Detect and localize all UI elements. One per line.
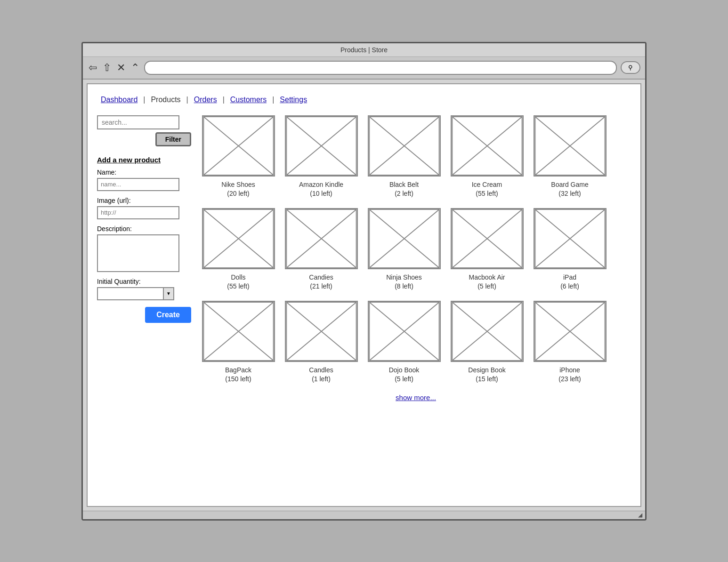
product-image xyxy=(285,301,358,362)
product-image xyxy=(368,301,441,362)
description-input[interactable] xyxy=(97,234,179,272)
product-item[interactable]: iPhone (23 left) xyxy=(532,301,607,384)
product-item[interactable]: iPad (6 left) xyxy=(532,208,607,291)
product-image xyxy=(451,208,524,269)
quantity-input[interactable]: 1 xyxy=(97,287,163,300)
quantity-row: 1 ▼ xyxy=(97,287,191,300)
product-row-2: BagPack (150 left) Candles (1 left) Dojo… xyxy=(201,301,631,384)
product-image xyxy=(202,208,275,269)
image-input[interactable] xyxy=(97,206,179,219)
product-name: Nike Shoes (20 left) xyxy=(221,180,255,199)
nav-orders[interactable]: Orders xyxy=(190,94,221,106)
product-item[interactable]: Dojo Book (5 left) xyxy=(366,301,442,384)
quantity-arrow[interactable]: ▼ xyxy=(163,287,174,300)
statusbar-icon: ◢ xyxy=(638,512,642,518)
browser-toolbar: ⇦ ⇧ ✕ ⌃ http://localhost/#products ⚲ xyxy=(83,57,645,80)
product-image xyxy=(202,301,275,362)
show-more-link[interactable]: show more... xyxy=(396,393,436,401)
product-name: Ice Cream (55 left) xyxy=(472,180,502,199)
product-item[interactable]: Ice Cream (55 left) xyxy=(449,115,525,199)
navigation: Dashboard | Products | Orders | Customer… xyxy=(97,94,631,106)
product-item[interactable]: Macbook Air (5 left) xyxy=(449,208,525,291)
product-name: Design Book (15 left) xyxy=(468,366,505,384)
address-bar[interactable]: http://localhost/#products xyxy=(144,61,617,75)
image-label: Image (url): xyxy=(97,197,191,204)
product-name: Black Belt (2 left) xyxy=(389,180,419,199)
nav-sep-4: | xyxy=(270,96,276,104)
product-name: iPhone (23 left) xyxy=(558,366,581,384)
product-item[interactable]: BagPack (150 left) xyxy=(201,301,276,384)
filter-button[interactable]: Filter xyxy=(155,132,191,146)
nav-dashboard[interactable]: Dashboard xyxy=(97,94,141,106)
search-input[interactable] xyxy=(97,115,179,129)
product-name: Candies (21 left) xyxy=(309,273,333,291)
forward-button[interactable]: ⇧ xyxy=(102,63,112,73)
browser-window: Products | Store ⇦ ⇧ ✕ ⌃ http://localhos… xyxy=(81,42,647,521)
page-content: Dashboard | Products | Orders | Customer… xyxy=(87,83,641,507)
products-grid: Nike Shoes (20 left) Amazon Kindle (10 l… xyxy=(201,115,631,402)
quantity-label: Initial Quantity: xyxy=(97,278,191,285)
product-item[interactable]: Amazon Kindle (10 left) xyxy=(283,115,359,199)
product-item[interactable]: Ninja Shoes (8 left) xyxy=(366,208,442,291)
product-item[interactable]: Candies (21 left) xyxy=(283,208,359,291)
product-name: Candles (1 left) xyxy=(309,366,333,384)
sidebar: Filter Add a new product Name: Image (ur… xyxy=(97,115,191,402)
product-image xyxy=(285,208,358,269)
product-name: BagPack (150 left) xyxy=(225,366,251,384)
nav-sep-2: | xyxy=(185,96,190,104)
name-input[interactable] xyxy=(97,178,179,191)
product-name: Board Game (32 left) xyxy=(551,180,588,199)
product-image xyxy=(285,115,358,177)
nav-sep-3: | xyxy=(221,96,226,104)
product-name: iPad (6 left) xyxy=(560,273,579,291)
description-label: Description: xyxy=(97,225,191,233)
product-image xyxy=(534,115,607,177)
product-item[interactable]: Dolls (55 left) xyxy=(201,208,276,291)
product-image xyxy=(368,208,441,269)
product-row-1: Dolls (55 left) Candies (21 left) Ninja … xyxy=(201,208,631,291)
product-image xyxy=(534,208,607,269)
product-image xyxy=(534,301,607,362)
browser-statusbar: ◢ xyxy=(83,511,645,519)
add-product-title: Add a new product xyxy=(97,156,191,164)
page-title: Products | Store xyxy=(340,46,388,54)
product-name: Amazon Kindle (10 left) xyxy=(299,180,343,199)
show-more: show more... xyxy=(201,393,631,402)
product-image xyxy=(202,115,275,177)
browser-titlebar: Products | Store xyxy=(83,43,645,57)
product-item[interactable]: Nike Shoes (20 left) xyxy=(201,115,276,199)
product-name: Dolls (55 left) xyxy=(227,273,249,291)
nav-customers[interactable]: Customers xyxy=(226,94,270,106)
product-image xyxy=(451,115,524,177)
nav-products: Products xyxy=(147,94,184,106)
create-button[interactable]: Create xyxy=(145,307,191,323)
nav-settings[interactable]: Settings xyxy=(276,94,311,106)
main-layout: Filter Add a new product Name: Image (ur… xyxy=(97,115,631,402)
nav-sep-1: | xyxy=(141,96,147,104)
product-row-0: Nike Shoes (20 left) Amazon Kindle (10 l… xyxy=(201,115,631,199)
product-item[interactable]: Black Belt (2 left) xyxy=(366,115,442,199)
product-name: Ninja Shoes (8 left) xyxy=(386,273,422,291)
home-button[interactable]: ⌃ xyxy=(130,63,140,73)
product-item[interactable]: Board Game (32 left) xyxy=(532,115,607,199)
product-image xyxy=(368,115,441,177)
product-item[interactable]: Design Book (15 left) xyxy=(449,301,525,384)
back-button[interactable]: ⇦ xyxy=(88,63,98,73)
stop-button[interactable]: ✕ xyxy=(116,63,126,73)
product-image xyxy=(451,301,524,362)
product-item[interactable]: Candles (1 left) xyxy=(283,301,359,384)
product-name: Macbook Air (5 left) xyxy=(469,273,505,291)
product-name: Dojo Book (5 left) xyxy=(389,366,420,384)
browser-search-button[interactable]: ⚲ xyxy=(621,61,640,74)
name-label: Name: xyxy=(97,169,191,176)
